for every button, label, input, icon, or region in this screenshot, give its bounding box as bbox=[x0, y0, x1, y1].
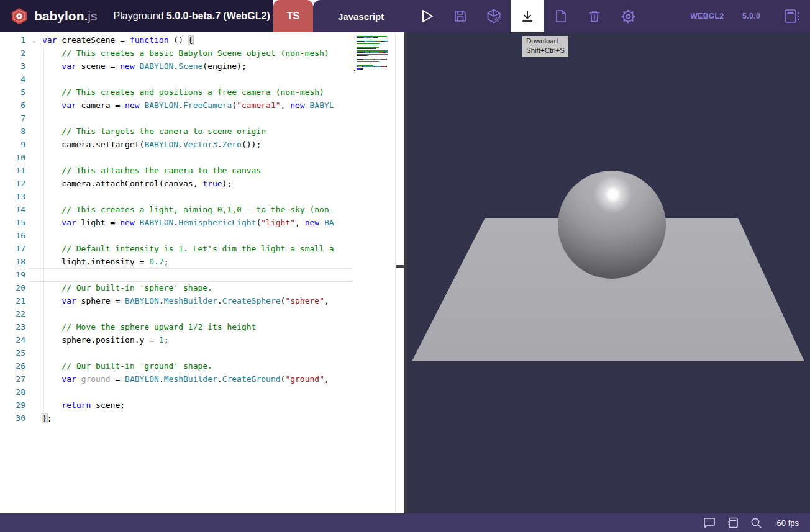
line-number: 25 bbox=[0, 346, 25, 359]
line-number: 5 bbox=[0, 86, 25, 99]
code-line[interactable]: 8 // This targets the camera to scene or… bbox=[0, 125, 352, 138]
examples-button[interactable] bbox=[779, 0, 804, 32]
code-line[interactable]: 3 var scene = new BABYLON.Scene(engine); bbox=[0, 60, 352, 73]
code-line[interactable]: 19 bbox=[0, 268, 352, 281]
code-line[interactable]: 24 sphere.position.y = 1; bbox=[0, 333, 352, 346]
line-number: 2 bbox=[0, 47, 25, 60]
line-number: 9 bbox=[0, 138, 25, 151]
splitter-handle[interactable] bbox=[396, 265, 404, 268]
top-toolbar: babylon.js Playground 5.0.0-beta.7 (WebG… bbox=[0, 0, 810, 32]
sphere-mesh bbox=[558, 171, 666, 279]
babylon-playground: babylon.js Playground 5.0.0-beta.7 (WebG… bbox=[0, 0, 810, 532]
splitter[interactable] bbox=[396, 32, 407, 513]
code-line[interactable]: 6 var camera = new BABYLON.FreeCamera("c… bbox=[0, 99, 352, 112]
code-line[interactable]: 27 var ground = BABYLON.MeshBuilder.Crea… bbox=[0, 372, 352, 385]
line-number: 4 bbox=[0, 73, 25, 86]
search-icon[interactable] bbox=[750, 516, 763, 530]
page-title: Playground 5.0.0-beta.7 (WebGL2) bbox=[114, 11, 270, 22]
code-line[interactable]: 23 // Move the sphere upward 1/2 its hei… bbox=[0, 320, 352, 333]
code-line[interactable]: 4 bbox=[0, 73, 352, 86]
code-line[interactable]: 30}; bbox=[0, 412, 352, 425]
gear-icon bbox=[621, 9, 636, 24]
webgl-label: WEBGL2 bbox=[691, 12, 724, 20]
line-number: 15 bbox=[0, 216, 25, 229]
render-canvas[interactable] bbox=[407, 32, 810, 513]
code-line[interactable]: 9 camera.setTarget(BABYLON.Vector3.Zero(… bbox=[0, 138, 352, 151]
fps-counter: 60 fps bbox=[777, 518, 799, 528]
inspector-icon bbox=[486, 8, 502, 24]
code-line[interactable]: 20 // Our built-in 'sphere' shape. bbox=[0, 281, 352, 294]
settings-button[interactable] bbox=[611, 0, 645, 32]
toolbar-right: WEBGL2 5.0.0 bbox=[691, 0, 810, 32]
code-line[interactable]: 26 // Our built-in 'ground' shape. bbox=[0, 359, 352, 372]
trash-icon bbox=[587, 9, 602, 24]
code-line[interactable]: 11 // This attaches the camera to the ca… bbox=[0, 164, 352, 177]
fold-chevron-icon[interactable]: ⌄ bbox=[25, 34, 42, 47]
line-number: 23 bbox=[0, 320, 25, 333]
line-number: 8 bbox=[0, 125, 25, 138]
download-button[interactable] bbox=[511, 0, 544, 32]
save-icon bbox=[453, 9, 468, 24]
typescript-tab[interactable]: TS bbox=[273, 0, 313, 32]
splitter-gutter[interactable] bbox=[396, 32, 404, 513]
docs-icon[interactable] bbox=[727, 516, 739, 529]
download-icon bbox=[520, 9, 535, 24]
line-number: 30 bbox=[0, 412, 25, 425]
tooltip-shortcut: Shift+Ctrl+S bbox=[526, 46, 565, 55]
code-line[interactable]: 18 light.intensity = 0.7; bbox=[0, 255, 352, 268]
line-number: 17 bbox=[0, 242, 25, 255]
examples-icon bbox=[782, 8, 801, 24]
babylon-logo[interactable] bbox=[10, 7, 29, 25]
line-number: 26 bbox=[0, 359, 25, 372]
code-line[interactable]: 2 // This creates a basic Babylon Scene … bbox=[0, 47, 352, 60]
download-tooltip: Download Shift+Ctrl+S bbox=[522, 36, 568, 57]
play-icon bbox=[418, 7, 435, 25]
toolbar-buttons bbox=[410, 0, 645, 32]
minimap[interactable] bbox=[354, 35, 395, 71]
code-line[interactable]: 22 bbox=[0, 307, 352, 320]
line-number: 20 bbox=[0, 281, 25, 294]
status-bar: 60 fps bbox=[0, 513, 810, 532]
save-button[interactable] bbox=[444, 0, 477, 32]
code-line[interactable]: 1⌄var createScene = function () { bbox=[0, 34, 352, 47]
line-number: 6 bbox=[0, 99, 25, 112]
toolbar-main: Javascript bbox=[313, 0, 810, 32]
engine-version-label: 5.0.0 bbox=[742, 12, 760, 20]
line-number: 18 bbox=[0, 255, 25, 268]
main-area: 1⌄var createScene = function () {2 // Th… bbox=[0, 32, 810, 513]
code-line[interactable]: 16 bbox=[0, 229, 352, 242]
clear-button[interactable] bbox=[578, 0, 611, 32]
line-number: 27 bbox=[0, 372, 25, 385]
code-line[interactable]: 17 // Default intensity is 1. Let's dim … bbox=[0, 242, 352, 255]
header-brand-area: babylon.js Playground 5.0.0-beta.7 (WebG… bbox=[0, 0, 273, 32]
comment-icon[interactable] bbox=[703, 516, 716, 529]
code-line[interactable]: 7 bbox=[0, 112, 352, 125]
code-line[interactable]: 13 bbox=[0, 190, 352, 203]
line-number: 21 bbox=[0, 294, 25, 307]
line-number: 19 bbox=[0, 268, 25, 281]
line-number: 3 bbox=[0, 60, 25, 73]
line-number: 10 bbox=[0, 151, 25, 164]
code-line[interactable]: 28 bbox=[0, 385, 352, 399]
code-line[interactable]: 14 // This creates a light, aiming 0,1,0… bbox=[0, 203, 352, 216]
new-button[interactable] bbox=[544, 0, 578, 32]
code-lines[interactable]: 1⌄var createScene = function () {2 // Th… bbox=[0, 34, 352, 425]
line-number: 11 bbox=[0, 164, 25, 177]
code-line[interactable]: 21 var sphere = BABYLON.MeshBuilder.Crea… bbox=[0, 294, 352, 307]
line-number: 13 bbox=[0, 190, 25, 203]
line-number: 22 bbox=[0, 307, 25, 320]
code-line[interactable]: 10 bbox=[0, 151, 352, 164]
language-selector[interactable]: Javascript bbox=[338, 11, 384, 22]
code-line[interactable]: 15 var light = new BABYLON.HemisphericLi… bbox=[0, 216, 352, 229]
line-number: 7 bbox=[0, 112, 25, 125]
line-number: 1 bbox=[0, 34, 25, 47]
code-line[interactable]: 12 camera.attachControl(canvas, true); bbox=[0, 177, 352, 190]
tooltip-title: Download bbox=[526, 37, 565, 46]
code-editor[interactable]: 1⌄var createScene = function () {2 // Th… bbox=[0, 32, 396, 513]
code-line[interactable]: 29 return scene; bbox=[0, 399, 352, 412]
inspector-button[interactable] bbox=[477, 0, 511, 32]
new-file-icon bbox=[553, 9, 568, 24]
code-line[interactable]: 25 bbox=[0, 346, 352, 359]
run-button[interactable] bbox=[410, 0, 444, 32]
code-line[interactable]: 5 // This creates and positions a free c… bbox=[0, 86, 352, 99]
